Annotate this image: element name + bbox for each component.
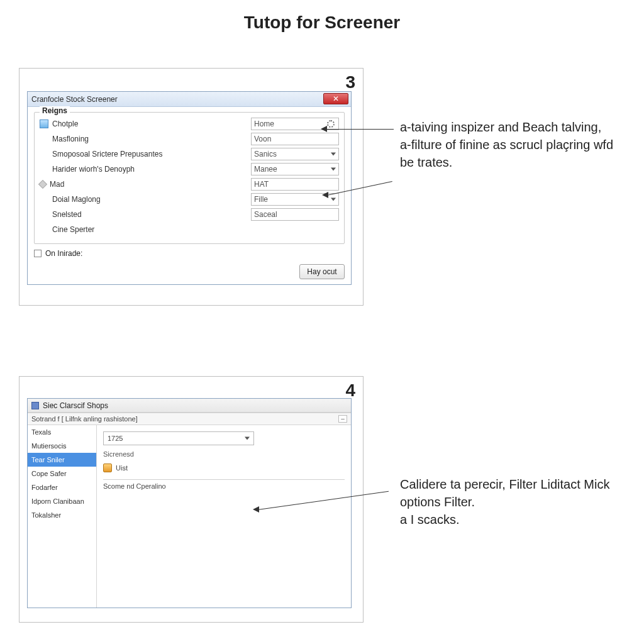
field-value: Saceal [254, 210, 277, 219]
blank-icon [40, 165, 48, 174]
sidebar-item-tokalsher[interactable]: Tokalsher [28, 508, 96, 522]
section-title: Sotrand f [ Lilfnk anling rashistone] [31, 415, 138, 423]
step4-frame: 4 Siec Clarscif Shops Sotrand f [ Lilfnk… [19, 376, 364, 623]
page-title: Tutop for Screener [0, 13, 644, 33]
form-row: Cine Sperter [40, 222, 339, 237]
field-value: HAT [254, 180, 269, 189]
form-row: Doial Maglong Fille [40, 192, 339, 207]
hayocut-button[interactable]: Hay ocut [299, 264, 345, 279]
sidebar-item-texals[interactable]: Texals [28, 425, 96, 439]
field-value: Manee [254, 165, 277, 174]
sidebar-item-idporn[interactable]: Idporn Clanibaan [28, 494, 96, 508]
voon-field[interactable]: Voon [251, 133, 339, 145]
close-button[interactable]: ✕ [323, 93, 348, 104]
step3-annotation: a-taiving inspizer and Beach talving, a-… [400, 118, 614, 171]
app-icon [31, 402, 39, 409]
blank-icon [40, 150, 48, 158]
row-label: Snelsted [52, 210, 247, 219]
lower-section-label: Scome nd Cperalino [103, 482, 166, 490]
checkbox-label: On Inirade: [45, 249, 82, 258]
form-row: Smoposoal Srictere Prepusantes Sanics [40, 147, 339, 162]
on-inirade-checkbox[interactable] [34, 250, 42, 257]
form-row: Harider wiorh's Denoyph Manee [40, 162, 339, 177]
chevron-down-icon [331, 153, 336, 156]
blank-icon [40, 225, 48, 234]
field-value: Sanics [254, 150, 277, 158]
row-label: Mad [50, 180, 247, 189]
doc-icon [40, 119, 48, 128]
blank-icon [40, 210, 48, 219]
gear-icon[interactable] [327, 120, 335, 128]
row-label: Harider wiorh's Denoyph [52, 165, 247, 174]
sidebar-item-fodarfer[interactable]: Fodarfer [28, 480, 96, 494]
manee-dropdown[interactable]: Manee [251, 163, 339, 175]
row-label: Chotple [52, 119, 247, 128]
saceal-field[interactable]: Saceal [251, 208, 339, 221]
minimize-button[interactable]: – [338, 415, 347, 423]
sanics-dropdown[interactable]: Sanics [251, 148, 339, 160]
lower-section: Scome nd Cperalino [103, 479, 345, 490]
form-row: Snelsted Saceal [40, 207, 339, 222]
list-item-label: Uist [116, 464, 128, 472]
sidebar-item-mutiersocis[interactable]: Mutiersocis [28, 439, 96, 453]
chevron-down-icon [331, 168, 336, 171]
row-label: Cine Sperter [52, 225, 339, 234]
arrow-head-icon [253, 506, 259, 513]
row-label: Smoposoal Srictere Prepusantes [52, 150, 247, 158]
form-row: Mad HAT [40, 177, 339, 192]
close-icon: ✕ [333, 94, 339, 103]
dialog-titlebar: Cranfocle Stock Screener ✕ [28, 92, 351, 107]
window-titlebar: Siec Clarscif Shops [28, 399, 351, 413]
groupbox-legend: Reigns [40, 106, 70, 115]
sidebar-item-tear-sniler[interactable]: Tear Sniler [28, 453, 96, 467]
hat-field[interactable]: HAT [251, 178, 339, 191]
form-row: Masfloning Voon [40, 131, 339, 147]
step3-number: 3 [345, 72, 355, 92]
value-combo[interactable]: 1725 [103, 431, 254, 445]
section-header: Sotrand f [ Lilfnk anling rashistone] – [28, 413, 351, 425]
folder-icon [103, 464, 112, 472]
form-row: Chotple Home [40, 116, 339, 131]
step3-frame: 3 Cranfocle Stock Screener ✕ Reigns Chot… [19, 68, 364, 306]
list-item[interactable]: Uist [103, 462, 345, 474]
step4-annotation: Calidere ta perecir, Filter Liditact Mic… [400, 475, 626, 528]
chevron-down-icon [331, 198, 336, 201]
diamond-icon [38, 180, 47, 189]
step3-dialog: Cranfocle Stock Screener ✕ Reigns Chotpl… [27, 91, 352, 285]
dialog-title-text: Cranfocle Stock Screener [31, 95, 118, 104]
field-value: Home [254, 119, 274, 128]
chevron-down-icon [245, 437, 250, 440]
annotation-arrow [326, 129, 394, 130]
sub-label: Sicrenesd [103, 450, 345, 458]
blank-icon [40, 135, 48, 143]
sidebar-item-cope-safer[interactable]: Cope Safer [28, 467, 96, 480]
reigns-groupbox: Reigns Chotple Home Masfloning Voon [34, 112, 345, 244]
row-label: Doial Maglong [52, 195, 247, 204]
blank-icon [40, 195, 48, 204]
row-label: Masfloning [52, 135, 247, 143]
checkbox-row: On Inirade: [34, 249, 345, 258]
field-value: Fille [254, 195, 268, 204]
main-pane: 1725 Sicrenesd Uist Scome nd Cperalino [97, 425, 351, 608]
arrow-head-icon [321, 126, 327, 132]
window-title-text: Siec Clarscif Shops [43, 401, 108, 410]
arrow-head-icon [322, 192, 328, 198]
combo-value: 1725 [108, 435, 123, 442]
field-value: Voon [254, 135, 271, 143]
sidebar: Texals Mutiersocis Tear Sniler Cope Safe… [28, 425, 97, 608]
